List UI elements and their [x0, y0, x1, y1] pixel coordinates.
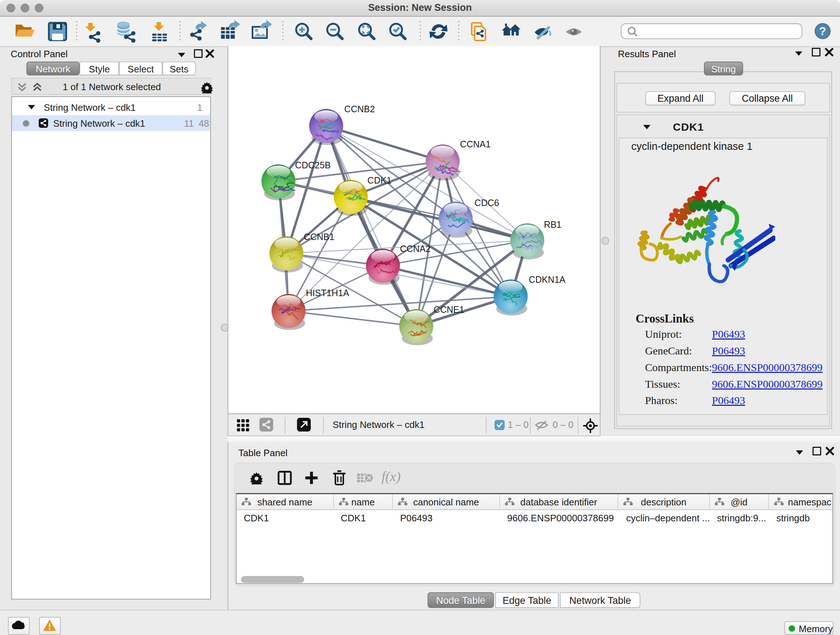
- svg-text:HIST1H1A: HIST1H1A: [306, 288, 349, 298]
- svg-text:CCNA2: CCNA2: [400, 244, 431, 254]
- svg-text:CDC25B: CDC25B: [295, 160, 331, 170]
- svg-text:CDKN1A: CDKN1A: [529, 274, 566, 285]
- svg-text:CDC6: CDC6: [475, 198, 499, 208]
- svg-text:CCNE1: CCNE1: [434, 304, 464, 315]
- svg-text:CCNB1: CCNB1: [304, 232, 335, 242]
- svg-text:CCNB2: CCNB2: [344, 104, 375, 114]
- svg-text:CDK1: CDK1: [368, 175, 392, 185]
- svg-text:RB1: RB1: [544, 219, 562, 230]
- svg-text:CCNA1: CCNA1: [460, 139, 491, 149]
